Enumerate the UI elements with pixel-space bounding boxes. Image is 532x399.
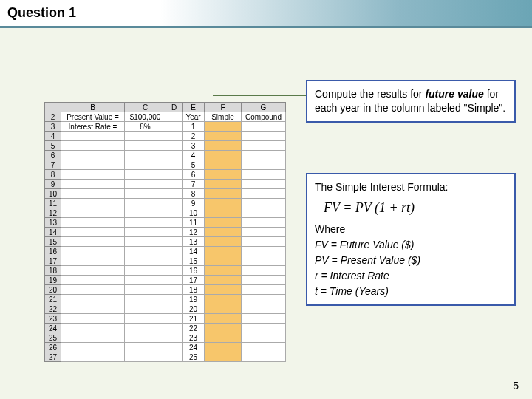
row-header: 3: [45, 122, 61, 132]
year-header: Year: [183, 112, 205, 122]
ir-label: Interest Rate =: [61, 122, 125, 132]
slide-title: Question 1: [7, 5, 76, 21]
pv-value: $100,000: [125, 112, 166, 122]
formula-def: r = Interest Rate: [315, 269, 507, 283]
callout-connector-line: [213, 95, 306, 96]
ir-value: 8%: [125, 122, 166, 132]
col-header: B: [61, 103, 125, 112]
where-label: Where: [315, 222, 507, 236]
formula-def: PV = Present Value ($): [315, 253, 507, 267]
col-header: G: [242, 103, 286, 112]
col-header: E: [183, 103, 205, 112]
col-header: D: [166, 103, 183, 112]
slide-header: Question 1: [0, 0, 532, 28]
pv-label: Present Value =: [61, 112, 125, 122]
corner-cell: [45, 103, 61, 112]
formula-def: FV = Future Value ($): [315, 238, 507, 252]
callout-emph: future value: [425, 88, 483, 100]
formula-def: t = Time (Years): [315, 284, 507, 299]
year-cell: 1: [183, 122, 205, 132]
page-number: 5: [513, 380, 519, 392]
instruction-callout: Compute the results for future value for…: [306, 80, 516, 123]
compound-header: Compound: [242, 112, 286, 122]
col-header: F: [205, 103, 242, 112]
col-header: C: [125, 103, 166, 112]
formula-title: The Simple Interest Formula:: [315, 180, 507, 194]
simple-cell: [205, 122, 242, 132]
callout-text: Compute the results for: [315, 88, 425, 100]
formula-expression: FV = PV (1 + rt): [315, 194, 507, 222]
formula-callout: The Simple Interest Formula: FV = PV (1 …: [306, 173, 516, 306]
row-header: 2: [45, 112, 61, 122]
simple-header: Simple: [205, 112, 242, 122]
spreadsheet-table: B C D E F G 2 Present Value = $100,000 Y…: [44, 102, 286, 362]
